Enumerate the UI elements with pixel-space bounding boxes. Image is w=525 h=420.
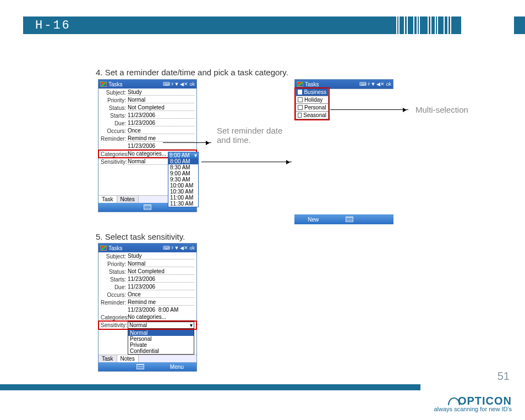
due-field[interactable]: 11/23/2006 [128,120,194,126]
time-option[interactable]: 10:30 AM [168,189,198,195]
status-label: Status: [101,269,126,275]
status-label: Status: [101,105,126,111]
subject-field[interactable]: Study [128,89,194,96]
pda-titlebar: Tasks ⌨ ♯ ▼ ◀✕ ok [99,244,196,252]
net-icon: ♯ [368,81,370,87]
checkbox-icon[interactable] [298,105,303,110]
due-field[interactable]: 11/23/2006 [128,284,194,290]
time-dropdown-header[interactable]: 8:00 AM ▾ [168,152,198,158]
multi-selection-annotation: Multi-selection [415,105,468,114]
chevron-down-icon[interactable]: ▾ [190,322,193,328]
occurs-field[interactable]: Once [128,128,194,134]
sensitivity-field[interactable]: Normal▾ [128,322,194,329]
categories-label: Categories: [101,151,126,157]
chevron-down-icon[interactable]: ▾ [194,152,197,158]
time-option[interactable]: 9:30 AM [168,176,198,183]
tab-notes[interactable]: Notes [117,196,139,203]
net-icon: ♯ [171,245,173,251]
reminder-annotation: Set reminder date and time. [217,126,294,145]
time-option[interactable]: 11:00 AM [168,195,198,201]
sensitivity-option[interactable]: Confidential [128,348,194,354]
pda-bottombar: New [294,214,393,224]
category-option[interactable]: Business [296,88,329,96]
priority-label: Priority: [101,261,126,267]
model-label: H-16 [35,19,71,32]
pda-screen-3: Tasks ⌨ ♯ ▼ ◀✕ ok Subject:Study Priority… [98,243,197,372]
barcode-graphic [393,16,514,34]
time-option[interactable]: 8:30 AM [168,164,198,170]
volume-icon: ◀✕ [376,81,385,87]
pda-title: Tasks [108,81,123,87]
reminder-label: Reminder: [101,136,126,142]
pda-bottombar: Menu [99,362,196,371]
starts-label: Starts: [101,113,126,119]
pda-tabs: Task Notes [99,355,196,362]
keyboard-icon[interactable] [346,217,353,222]
start-flag-icon[interactable] [297,81,303,87]
subject-field[interactable]: Study [128,253,194,259]
ok-button[interactable]: ok [189,81,195,87]
starts-field[interactable]: 11/23/2006 [128,276,194,283]
tab-task[interactable]: Task [99,355,117,362]
titlebar-icons: ⌨ ♯ ▼ ◀✕ ok [163,245,195,251]
ok-button[interactable]: ok [386,81,391,87]
occurs-field[interactable]: Once [128,291,194,298]
signal-icon: ▼ [174,81,179,87]
pda2-bottombar-wrap: New [294,214,393,224]
time-option[interactable]: 10:00 AM [168,183,198,189]
subject-label: Subject: [101,253,126,259]
priority-label: Priority: [101,97,126,103]
tab-task[interactable]: Task [99,196,117,203]
menu-button[interactable]: Menu [170,364,184,370]
pda-titlebar: Tasks ⌨ ♯ ▼ ◀✕ ok [295,80,393,89]
category-option[interactable]: Personal [296,103,329,112]
categories-dropdown[interactable]: Business Holiday Personal Seasonal [296,89,329,119]
category-option[interactable]: Seasonal [296,111,329,119]
checkbox-icon[interactable] [298,113,302,118]
reminder-date-field[interactable]: 11/23/2006 [128,143,194,150]
start-flag-icon[interactable] [100,245,107,251]
tab-notes[interactable]: Notes [117,355,139,362]
time-option[interactable]: 8:00 AM [168,158,198,164]
step5-text: 5. Select task sensitivity. [96,232,185,241]
status-field[interactable]: Not Completed [128,104,194,111]
keyboard-icon[interactable] [136,364,144,369]
keyboard-status-icon: ⌨ [163,245,170,251]
checkbox-icon[interactable] [298,97,303,102]
pda-title: Tasks [108,245,123,251]
ok-button[interactable]: ok [189,245,195,251]
starts-field[interactable]: 11/23/2006 [128,112,194,119]
titlebar-icons: ⌨ ♯ ▼ ◀✕ ok [359,81,391,87]
priority-field[interactable]: Normal [128,97,194,103]
reminder-field[interactable]: Remind me [128,299,194,306]
sensitivity-option[interactable]: Normal [128,330,194,336]
arrow-to-multi-annot [330,109,408,110]
due-label: Due: [101,120,126,126]
reminder-datetime-field[interactable]: 11/23/2006 8:00 AM [128,307,194,313]
new-button[interactable]: New [308,217,319,223]
keyboard-status-icon: ⌨ [163,81,170,87]
sensitivity-option[interactable]: Private [128,342,194,348]
sensitivity-dropdown[interactable]: Normal Personal Private Confidential [128,329,194,355]
categories-field[interactable]: No categories... [128,314,194,320]
sensitivity-label: Sensitivity: [101,322,126,328]
keyboard-icon[interactable] [144,205,151,210]
keyboard-status-icon: ⌨ [359,81,367,87]
arrow-pda1-to-pda2 [201,162,292,162]
priority-field[interactable]: Normal [128,261,194,267]
brand-block: OPTICON always scanning for new ID's [434,395,512,412]
time-option[interactable]: 11:30 AM [168,201,198,207]
time-dropdown[interactable]: 8:00 AM ▾ 8:00 AM 8:30 AM 9:00 AM 9:30 A… [168,152,199,207]
signal-icon: ▼ [174,245,179,251]
sensitivity-label: Sensitivity: [101,159,126,165]
category-option[interactable]: Holiday [296,96,329,104]
start-flag-icon[interactable] [100,81,107,87]
sensitivity-option[interactable]: Personal [128,336,194,342]
due-label: Due: [101,284,126,290]
reminder-field[interactable]: Remind me [128,135,194,142]
time-option[interactable]: 9:00 AM [168,170,198,176]
arrow-to-reminder-annot [163,142,211,143]
subject-label: Subject: [101,90,126,96]
status-field[interactable]: Not Completed [128,268,194,275]
checkbox-icon[interactable] [298,90,302,95]
